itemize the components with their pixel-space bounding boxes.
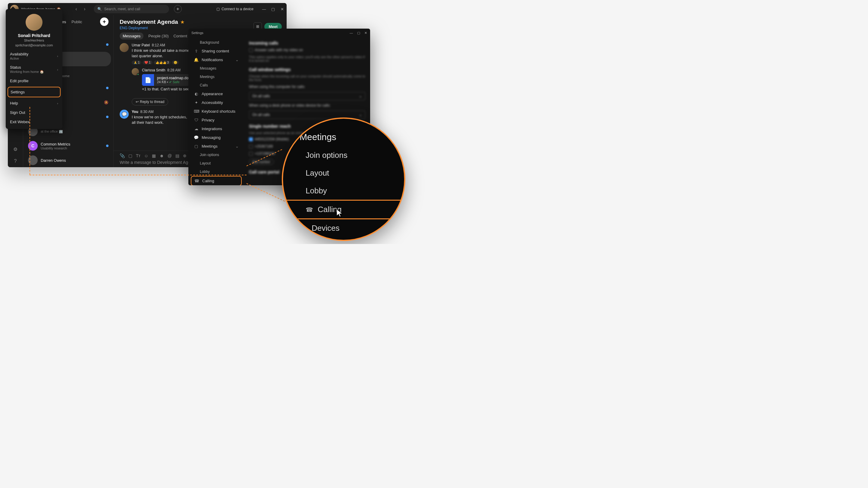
chevron-right-icon: › (57, 54, 58, 58)
reply-to-thread-button[interactable]: ↩ Reply to thread (132, 98, 168, 105)
avatar[interactable]: 💬 (120, 110, 129, 119)
mag-meetings-header: Meetings (300, 128, 392, 147)
checkbox[interactable] (249, 152, 253, 156)
nav-sharing[interactable]: ⇧Sharing content (191, 47, 242, 56)
avatar: C (28, 141, 38, 151)
profile-signout[interactable]: Sign Out (6, 108, 62, 117)
tab-public-filter[interactable]: Public (71, 20, 82, 24)
nav-layout[interactable]: Layout (191, 159, 242, 167)
reaction[interactable]: 🙏 1 (132, 61, 141, 64)
keyboard-icon: ⌨ (194, 109, 198, 113)
back-button[interactable]: ‹ (73, 5, 80, 13)
favorite-star-icon[interactable]: ★ (181, 20, 184, 24)
mag-join-options[interactable]: Join options (300, 147, 392, 164)
file-size: 24 KB (157, 80, 166, 84)
chevron-down-icon: ⌄ (236, 58, 239, 62)
reaction[interactable]: ❤️ 1 (143, 61, 152, 64)
mention-icon[interactable]: @ (167, 153, 172, 158)
avatar[interactable] (120, 43, 129, 52)
new-button[interactable]: + (174, 5, 182, 13)
nav-calling[interactable]: ☎Calling (191, 176, 242, 185)
list-item-title: Common Metrics (41, 142, 103, 147)
settings-title: Settings (191, 31, 204, 35)
search-placeholder: Search, meet, and call (104, 7, 140, 11)
nav-messaging[interactable]: 💬Messaging (191, 133, 242, 142)
nav-accessibility[interactable]: ✦Accessibility (191, 98, 242, 107)
minimize-button[interactable]: — (262, 7, 266, 11)
profile-pronouns: She/Her/Hers (9, 38, 59, 42)
gear-icon[interactable]: ⚙ (12, 145, 19, 153)
reaction[interactable]: 😊 (172, 61, 179, 64)
tab-content[interactable]: Content (173, 34, 187, 38)
add-number-button[interactable]: Add number (249, 159, 274, 165)
profile-availability[interactable]: AvailabilityActive › (6, 50, 62, 63)
checkbox[interactable] (249, 48, 253, 52)
nav-join-options[interactable]: Join options (191, 151, 242, 159)
close-button[interactable]: ✕ (364, 31, 367, 35)
nav-notif-messages[interactable]: Messages (191, 64, 242, 73)
reaction[interactable]: 👍👍👍 3 (154, 61, 170, 64)
share-icon: ⇧ (194, 49, 198, 53)
space-title: Development Agenda (120, 19, 178, 25)
emoji-icon[interactable]: ☺ (144, 153, 148, 158)
mag-calling[interactable]: ☎Calling (282, 200, 405, 219)
profile-photo[interactable] (26, 14, 42, 31)
connect-device-button[interactable]: ▢ Connect to a device (214, 6, 256, 12)
checkbox[interactable] (249, 144, 253, 149)
nav-background[interactable]: Background (191, 38, 242, 47)
nav-privacy[interactable]: 🛡Privacy (191, 116, 242, 124)
list-item-subtitle: Usability research (41, 147, 103, 150)
mag-devices[interactable]: ▢Devices (300, 219, 392, 237)
chat-icon: 💬 (194, 135, 198, 140)
checkbox[interactable] (249, 137, 253, 141)
screenshot-icon[interactable]: ▢ (128, 153, 132, 158)
mag-layout[interactable]: Layout (300, 164, 392, 182)
gif-icon[interactable]: ▦ (152, 153, 156, 158)
nav-keyboard[interactable]: ⌨Keyboard shortcuts (191, 107, 242, 116)
attach-icon[interactable]: 📎 (120, 153, 125, 158)
profile-status[interactable]: StatusWorking from home 🏠 › (6, 63, 62, 76)
nav-notif-meetings[interactable]: Meetings (191, 73, 242, 81)
unread-indicator (106, 144, 108, 147)
bitmoji-icon[interactable]: ☻ (159, 153, 164, 158)
forward-button[interactable]: › (81, 5, 88, 13)
mag-lobby[interactable]: Lobby (300, 182, 392, 200)
profile-help[interactable]: Help› (6, 98, 62, 108)
list-item-subtitle: at the office 🏢 (41, 130, 108, 133)
format-icon[interactable]: Tт (136, 153, 141, 158)
close-button[interactable]: ✕ (280, 7, 284, 11)
message-time: 8:12 AM (152, 43, 165, 47)
search-input[interactable]: 🔍 Search, meet, and call (94, 5, 169, 13)
search-icon: 🔍 (97, 7, 102, 11)
tab-people[interactable]: People (30) (148, 34, 168, 38)
nav-notif-calls[interactable]: Calls (191, 81, 242, 90)
markdown-icon[interactable]: ▤ (176, 153, 179, 158)
message-time: 8:30 AM (140, 110, 153, 114)
message-time: 8:28 AM (167, 68, 181, 72)
avatar[interactable] (132, 68, 139, 75)
nav-appearance[interactable]: ◐Appearance (191, 90, 242, 98)
profile-settings[interactable]: Settings (7, 87, 61, 97)
nav-notifications[interactable]: 🔔Notifications⌄ (191, 56, 242, 64)
nav-integrations[interactable]: ☁Integrations (191, 124, 242, 133)
unread-indicator (106, 43, 108, 46)
maximize-button[interactable]: ▢ (357, 31, 360, 35)
more-icon[interactable]: ⊕ (183, 153, 187, 158)
help-icon[interactable]: ? (12, 158, 19, 165)
file-icon: 📄 (142, 74, 154, 86)
profile-email: spritchard@example.com (9, 43, 59, 47)
space-list-item[interactable]: Darren Owens (23, 153, 113, 167)
minimize-button[interactable]: — (350, 31, 353, 35)
presence-indicator (137, 73, 139, 76)
profile-edit[interactable]: Edit profile (6, 76, 62, 86)
nav-lobby[interactable]: Lobby (191, 167, 242, 176)
tab-messages[interactable]: Messages (120, 33, 144, 39)
space-list-item[interactable]: CCommon MetricsUsability research (23, 138, 113, 153)
dropdown[interactable]: On all calls⌄ (249, 92, 365, 100)
nav-meetings[interactable]: ▢Meetings⌄ (191, 142, 242, 151)
add-space-button[interactable]: + (100, 18, 108, 26)
settings-titlebar: Settings — ▢ ✕ (188, 29, 370, 37)
maximize-button[interactable]: ▢ (271, 7, 275, 11)
profile-exit[interactable]: Exit Webex (6, 117, 62, 127)
shield-icon: 🛡 (194, 118, 198, 122)
